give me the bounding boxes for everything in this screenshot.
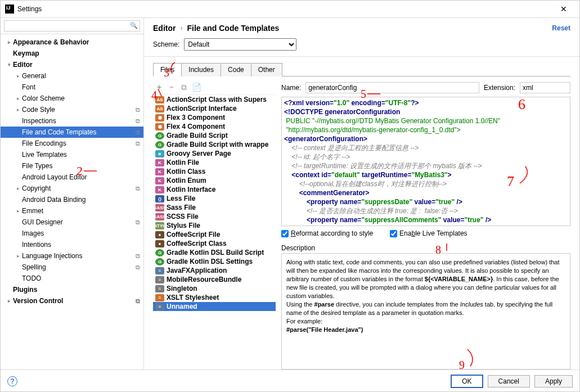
tree-item[interactable]: Android Data Binding <box>1 194 143 205</box>
apply-button[interactable]: Apply <box>534 375 573 388</box>
breadcrumb: Editor › File and Code Templates Reset <box>144 18 579 38</box>
template-item[interactable]: ≡Singleton <box>153 284 276 293</box>
cancel-button[interactable]: Cancel <box>488 375 530 388</box>
tree-item[interactable]: Intentions <box>1 239 143 250</box>
template-item[interactable]: GGradle Build Script with wrappe <box>153 140 276 149</box>
copy-icon[interactable]: ⧉ <box>180 83 188 91</box>
template-item[interactable]: ≡Unnamed <box>153 302 276 311</box>
template-item[interactable]: GGradle Kotlin DSL Settings <box>153 257 276 266</box>
template-item[interactable]: STYLStylus File <box>153 221 276 230</box>
name-label: Name: <box>281 84 301 92</box>
chevron-right-icon: › <box>180 24 182 32</box>
tree-item[interactable]: ▸Appearance & Behavior <box>1 37 143 48</box>
template-item[interactable]: KKotlin Interface <box>153 185 276 194</box>
tree-item[interactable]: Spelling⧉ <box>1 262 143 273</box>
name-input[interactable] <box>305 82 479 93</box>
tab-other[interactable]: Other <box>251 63 282 76</box>
template-item[interactable]: ≡JavaFXApplication <box>153 266 276 275</box>
template-item[interactable]: ■Groovy Server Page <box>153 149 276 158</box>
scheme-select[interactable]: Default <box>184 38 296 51</box>
tree-item[interactable]: Inspections⧉ <box>1 115 143 127</box>
breadcrumb-parent: Editor <box>153 24 176 33</box>
template-list[interactable]: ASActionScript Class with SupersASAction… <box>153 94 276 370</box>
dialog-footer: ? OK Cancel Apply <box>1 370 579 392</box>
template-item[interactable]: GGradle Kotlin DSL Build Script <box>153 248 276 257</box>
template-item[interactable]: ASActionScript Interface <box>153 104 276 113</box>
tree-item[interactable]: ▾Editor <box>1 59 143 70</box>
settings-tree[interactable]: ▸Appearance & BehaviorKeymap▾Editor▸Gene… <box>1 34 143 370</box>
scheme-label: Scheme: <box>153 40 179 48</box>
template-item[interactable]: ⬢Flex 4 Component <box>153 122 276 131</box>
description-box: Along with static text, code and comment… <box>281 253 570 370</box>
tree-item[interactable]: GUI Designer⧉ <box>1 217 143 228</box>
title-bar: Settings ✕ <box>1 1 579 17</box>
template-item[interactable]: SASSSCSS File <box>153 212 276 221</box>
template-item[interactable]: {}Less File <box>153 194 276 203</box>
close-icon[interactable]: ✕ <box>552 1 575 17</box>
template-item[interactable]: ≡XSLT Stylesheet <box>153 293 276 302</box>
tree-item[interactable]: ▸Color Scheme <box>1 93 143 104</box>
tree-item[interactable]: Android Layout Editor <box>1 172 143 183</box>
tree-item[interactable]: ▸Emmet <box>1 205 143 217</box>
tab-includes[interactable]: Includes <box>181 63 221 76</box>
window-title: Settings <box>17 5 42 13</box>
tree-item[interactable]: Font <box>1 82 143 93</box>
template-item[interactable]: ASActionScript Class with Supers <box>153 95 276 104</box>
template-item[interactable]: KKotlin File <box>153 158 276 167</box>
template-item[interactable]: ≡MobileResourceBundle <box>153 275 276 284</box>
add-icon[interactable]: ＋ <box>155 83 163 91</box>
template-item[interactable]: KKotlin Enum <box>153 176 276 185</box>
tree-item[interactable]: Keymap <box>1 48 143 59</box>
enable-live-templates-checkbox[interactable]: Enable Live Templates <box>390 229 467 237</box>
tree-item[interactable]: Live Templates <box>1 149 143 160</box>
tab-files[interactable]: Files <box>153 63 182 76</box>
reformat-checkbox[interactable]: RReformat according to styleeformat acco… <box>281 229 373 237</box>
tree-item[interactable]: ▸Version Control⧉ <box>1 295 143 307</box>
search-box: 🔍 <box>1 18 143 34</box>
ok-button[interactable]: OK <box>451 375 483 388</box>
template-item[interactable]: GGradle Build Script <box>153 131 276 140</box>
paste-icon[interactable]: 📄 <box>192 83 200 91</box>
tree-item[interactable]: File and Code Templates⧉ <box>1 127 143 138</box>
template-item[interactable]: ●CoffeeScript Class <box>153 239 276 248</box>
description-label: Description <box>281 241 570 253</box>
settings-sidebar: 🔍 ▸Appearance & BehaviorKeymap▾Editor▸Ge… <box>1 18 144 370</box>
tree-item[interactable]: File Encodings⧉ <box>1 138 143 149</box>
tab-code[interactable]: Code <box>221 63 251 76</box>
breadcrumb-child: File and Code Templates <box>187 24 279 33</box>
tree-item[interactable]: File Types <box>1 160 143 172</box>
tree-item[interactable]: ▸Language Injections⧉ <box>1 250 143 262</box>
tree-item[interactable]: ▸Code Style⧉ <box>1 104 143 115</box>
tree-item[interactable]: Plugins <box>1 284 143 295</box>
app-icon <box>5 4 14 13</box>
tree-item[interactable]: ▸General <box>1 70 143 82</box>
tree-item[interactable]: ▸Copyright⧉ <box>1 183 143 194</box>
tree-item[interactable]: Images <box>1 228 143 239</box>
template-tabs: FilesIncludesCodeOther <box>153 62 570 76</box>
help-icon[interactable]: ? <box>7 376 17 386</box>
extension-input[interactable] <box>520 82 570 93</box>
template-item[interactable]: SASSSass File <box>153 203 276 212</box>
remove-icon[interactable]: － <box>168 83 176 91</box>
search-icon: 🔍 <box>130 22 138 29</box>
template-toolbar: ＋ － ⧉ 📄 <box>153 82 276 94</box>
template-item[interactable]: KKotlin Class <box>153 167 276 176</box>
search-input[interactable] <box>4 20 140 31</box>
template-item[interactable]: ●CoffeeScript File <box>153 230 276 239</box>
reset-link[interactable]: Reset <box>552 24 570 32</box>
template-item[interactable]: ⬢Flex 3 Component <box>153 113 276 122</box>
extension-label: Extension: <box>484 84 515 92</box>
code-editor[interactable]: <?xml version="1.0" encoding="UTF-8"?> <… <box>281 97 570 226</box>
tree-item[interactable]: TODO <box>1 273 143 284</box>
